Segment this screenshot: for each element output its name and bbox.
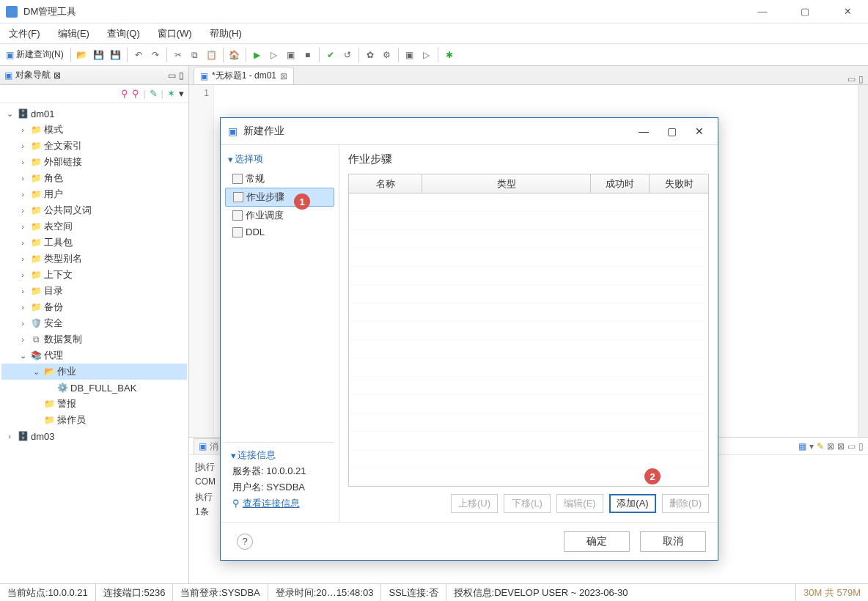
delete-step-button[interactable]: 删除(D) — [662, 494, 709, 513]
tree-item[interactable]: ›🗄️dm03 — [1, 428, 187, 444]
stop-icon[interactable]: ■ — [301, 48, 315, 62]
maximize-button[interactable]: ▢ — [790, 1, 820, 22]
grid-icon[interactable]: ▦ — [798, 441, 806, 451]
messages-tab[interactable]: ▣消 — [194, 438, 224, 454]
navigator-tab[interactable]: ▣ 对象导航 ⊠ ▭ ▯ — [0, 66, 188, 85]
runscript-icon[interactable]: ▣ — [284, 48, 298, 62]
dialog-maximize-button[interactable]: ▢ — [661, 122, 683, 140]
column-header[interactable]: 失败时 — [650, 174, 708, 193]
tree-item[interactable]: ⚙️DB_FULL_BAK — [1, 380, 187, 396]
close-tab-icon[interactable]: ⊠ — [280, 71, 287, 81]
tree-item[interactable]: ⌄📚代理 — [1, 347, 187, 364]
close-button[interactable]: ✕ — [833, 1, 862, 22]
tree-item[interactable]: ›📁备份 — [1, 299, 187, 315]
x1-icon[interactable]: ⊠ — [827, 441, 834, 451]
dialog-option[interactable]: 常规 — [225, 170, 334, 188]
column-header[interactable]: 成功时 — [591, 174, 650, 193]
maximize-editor-icon[interactable]: ▯ — [858, 74, 864, 84]
tree-item[interactable]: ›📁模式 — [1, 122, 187, 138]
ok-button[interactable]: 确定 — [564, 531, 630, 552]
help-button[interactable]: ? — [237, 534, 253, 550]
bug-icon[interactable]: ✱ — [442, 48, 457, 62]
tree-item[interactable]: ⌄📂作业 — [1, 364, 187, 380]
dialog-section-title: 作业步骤 — [348, 152, 709, 174]
move-down-button[interactable]: 下移(L) — [504, 494, 551, 513]
collapse-panel-icon[interactable]: ▯ — [179, 70, 184, 81]
conn-info-header[interactable]: ▾ 连接信息 — [228, 447, 331, 463]
tree-item[interactable]: 📁警报 — [1, 396, 187, 412]
tree-item[interactable]: ⌄🗄️dm01 — [1, 106, 187, 122]
menu-edit[interactable]: 编辑(E) — [54, 26, 94, 42]
scrollbar-icon[interactable] — [858, 85, 868, 437]
object-navigator: ▣ 对象导航 ⊠ ▭ ▯ ⚲ ⚲ | ✎ | ✶ ▾ ⌄🗄️dm01›📁模式›📁… — [0, 66, 189, 583]
dialog-option[interactable]: 作业调度 — [225, 207, 334, 224]
menu-window[interactable]: 窗口(W) — [153, 26, 196, 42]
rollback-icon[interactable]: ↺ — [340, 48, 355, 62]
brush-icon[interactable]: ✎ — [817, 441, 824, 451]
cut-icon[interactable]: ✂ — [171, 48, 185, 62]
status-auth: 授权信息:DEVELOP USER ~ 2023-06-30 — [446, 584, 796, 601]
saveall-icon[interactable]: 💾 — [108, 48, 123, 62]
next-icon[interactable]: ▣ — [402, 48, 417, 62]
new-query-button[interactable]: ▣新建查询(N) — [3, 48, 67, 62]
close-bottom-icon[interactable]: ▯ — [858, 441, 864, 451]
steps-table[interactable]: 名称类型成功时失败时 — [348, 174, 709, 487]
view-conn-link[interactable]: 查看连接信息 — [243, 498, 300, 509]
dialog-option[interactable]: DDL — [225, 224, 334, 240]
tree-item[interactable]: ›📁全文索引 — [1, 138, 187, 154]
tree-item[interactable]: 📁操作员 — [1, 412, 187, 428]
window-titlebar: DM管理工具 — ▢ ✕ — [0, 0, 868, 23]
tree-item[interactable]: ›📁类型别名 — [1, 251, 187, 267]
tree-item[interactable]: ›📁上下文 — [1, 267, 187, 283]
commit-icon[interactable]: ✔ — [323, 48, 338, 62]
dialog-minimize-button[interactable]: — — [633, 122, 655, 140]
menu-query[interactable]: 查询(Q) — [103, 26, 144, 42]
save-icon[interactable]: 💾 — [92, 48, 106, 62]
open-icon[interactable]: 📂 — [75, 48, 89, 62]
link-icon[interactable]: ⚲ — [121, 88, 128, 99]
expand-icon[interactable]: ✶ — [167, 88, 175, 99]
minimize-panel-icon[interactable]: ▭ — [168, 70, 176, 81]
edit-icon[interactable]: ✎ — [150, 88, 158, 99]
x2-icon[interactable]: ⊠ — [837, 441, 845, 451]
copy-icon[interactable]: ⧉ — [188, 48, 202, 62]
move-up-button[interactable]: 上移(U) — [451, 494, 498, 513]
tree-item[interactable]: ›📁表空间 — [1, 218, 187, 235]
minimize-button[interactable]: — — [748, 1, 777, 22]
gear-icon[interactable]: ⚙ — [380, 48, 394, 62]
tree-item[interactable]: ›📁用户 — [1, 186, 187, 202]
menu-file[interactable]: 文件(F) — [4, 26, 45, 42]
edit-step-button[interactable]: 编辑(E) — [556, 494, 603, 513]
add-step-button[interactable]: 添加(A) — [609, 494, 656, 513]
object-tree[interactable]: ⌄🗄️dm01›📁模式›📁全文索引›📁外部链接›📁角色›📁用户›📁公共同义词›📁… — [0, 103, 188, 583]
editor-tab[interactable]: ▣ *无标题1 - dm01 ⊠ — [194, 67, 294, 84]
tree-item[interactable]: ›🛡️安全 — [1, 315, 187, 331]
menu-help[interactable]: 帮助(H) — [205, 26, 246, 42]
dropdown-icon[interactable]: ▾ — [179, 88, 184, 99]
redo-icon[interactable]: ↷ — [148, 48, 163, 62]
run-icon[interactable]: ▶ — [250, 48, 265, 62]
undo-icon[interactable]: ↶ — [131, 48, 146, 62]
dialog-close-button[interactable]: ✕ — [688, 122, 710, 140]
tree-item[interactable]: ›📁公共同义词 — [1, 202, 187, 218]
play2-icon[interactable]: ▷ — [419, 48, 434, 62]
dialog-option[interactable]: 作业步骤 — [225, 188, 334, 207]
line-gutter: 1 — [189, 85, 214, 437]
filter-icon[interactable]: ⚲ — [132, 88, 139, 99]
wheel-icon[interactable]: ✿ — [363, 48, 378, 62]
options-header[interactable]: ▾ 选择项 — [225, 151, 334, 167]
column-header[interactable]: 类型 — [422, 174, 591, 193]
tree-item[interactable]: ›⧉数据复制 — [1, 331, 187, 347]
tree-item[interactable]: ›📁工具包 — [1, 235, 187, 251]
tree-item[interactable]: ›📁外部链接 — [1, 154, 187, 170]
column-header[interactable]: 名称 — [349, 174, 422, 193]
restore-bottom-icon[interactable]: ▭ — [847, 441, 856, 451]
restore-editor-icon[interactable]: ▭ — [847, 74, 856, 84]
tree-item[interactable]: ›📁角色 — [1, 170, 187, 186]
cancel-button[interactable]: 取消 — [640, 531, 706, 552]
dialog-title: 新建作业 — [243, 125, 284, 138]
home-icon[interactable]: 🏠 — [227, 48, 242, 62]
tree-item[interactable]: ›📁目录 — [1, 283, 187, 299]
debug-icon[interactable]: ▷ — [267, 48, 282, 62]
paste-icon[interactable]: 📋 — [205, 48, 219, 62]
